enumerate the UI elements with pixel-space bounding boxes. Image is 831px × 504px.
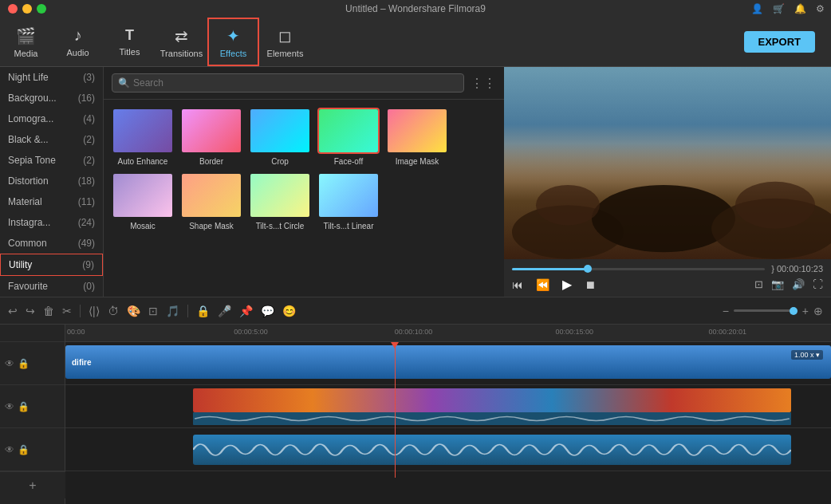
minimize-button[interactable] [22,4,32,14]
crop-icon[interactable]: ⊡ [148,305,158,317]
sidebar-item-favourite[interactable]: Favourite (0) [0,276,103,297]
thumb-image-auto-enhance [113,109,172,152]
toolbar-item-titles[interactable]: T Titles [104,18,156,66]
maximize-button[interactable] [37,4,46,14]
toolbar-item-audio[interactable]: ♪ Audio [52,18,104,66]
track-clip-audio[interactable] [193,435,791,465]
lock-icon[interactable]: 🔒 [196,305,210,317]
mic-icon[interactable]: 🎤 [218,305,231,317]
effect-item-border[interactable]: Border [180,108,242,166]
sidebar-count: (4) [83,113,95,124]
user-icon[interactable]: 👤 [751,3,763,14]
toolbar-label-media: Media [14,49,38,58]
zoom-in-icon[interactable]: + [802,305,809,317]
cut-icon[interactable]: ✂ [62,305,72,317]
timeline-tracks[interactable]: 00:00 00:00:5:00 00:00:10:00 00:00:15:00… [65,325,831,504]
effect-item-tilt-circle[interactable]: Tilt-s...t Circle [249,172,311,230]
step-back-button[interactable]: ⏪ [536,278,549,291]
elements-icon: ◻ [278,26,292,45]
eye-icon[interactable]: 👁 [5,358,14,369]
emotion-icon[interactable]: 😊 [282,305,296,317]
effect-item-image-mask[interactable]: Image Mask [386,108,448,166]
thumb-strip [193,388,791,412]
effect-label-border: Border [199,157,223,166]
eye-icon3[interactable]: 👁 [5,444,14,455]
subtitle-icon[interactable]: 💬 [261,305,274,317]
sidebar-count: (3) [83,72,95,83]
toolbar-item-transitions[interactable]: ⇄ Transitions [156,18,207,66]
export-button[interactable]: EXPORT [744,31,815,53]
sidebar-item-black[interactable]: Black &... (2) [0,129,103,150]
sidebar-item-utility[interactable]: Utility (9) [0,254,103,276]
add-track-button[interactable]: + [0,471,65,498]
progress-fill [512,268,588,270]
track-row-video [65,385,831,428]
skip-back-button[interactable]: ⏮ [512,278,523,291]
sidebar-count: (24) [78,217,95,228]
bell-icon[interactable]: 🔔 [794,3,806,14]
ruler-spacer [0,325,65,342]
sticker-icon[interactable]: 📌 [239,305,253,317]
sidebar-item-common[interactable]: Common (49) [0,233,103,254]
lock-track-icon[interactable]: 🔒 [18,358,30,369]
color-icon[interactable]: 🎨 [127,305,140,317]
sidebar-item-background[interactable]: Backgrou... (16) [0,88,103,108]
progress-bar[interactable] [512,268,765,270]
sidebar-item-night-life[interactable]: Night Life (3) [0,67,103,88]
settings-icon[interactable]: ⚙ [816,3,825,14]
search-input[interactable] [112,73,464,93]
effect-label-mosaic: Mosaic [130,222,156,230]
track-clip-main[interactable]: difire 1.00 x ▾ [65,345,831,379]
delete-icon[interactable]: 🗑 [43,305,54,317]
lock-track-icon3[interactable]: 🔒 [18,444,30,455]
main-content: Night Life (3) Backgrou... (16) Lomogra.… [0,67,831,297]
zoom-out-icon[interactable]: − [723,305,729,317]
toolbar-item-elements[interactable]: ◻ Elements [259,18,311,66]
audio-icon[interactable]: 🎵 [166,305,179,317]
sidebar-item-lomography[interactable]: Lomogra... (4) [0,108,103,129]
thumb-image-shape-mask [182,174,241,217]
toolbar-label-effects: Effects [220,49,246,58]
fullscreen-icon[interactable]: ⛶ [813,278,823,290]
sidebar-item-instagram[interactable]: Instagra... (24) [0,212,103,233]
sidebar-item-sepia[interactable]: Sepia Tone (2) [0,150,103,171]
effects-grid: Auto Enhance Border Crop F [104,100,504,238]
effect-item-tilt-linear[interactable]: Tilt-s...t Linear [317,172,380,230]
effect-item-crop[interactable]: Crop [249,108,311,166]
play-button[interactable]: ▶ [562,277,572,292]
sidebar-item-distortion[interactable]: Distortion (18) [0,171,103,191]
redo-icon[interactable]: ↪ [26,305,35,317]
track-clip-video-wrap[interactable] [65,388,831,425]
toolbar-item-media[interactable]: 🎬 Media [0,18,52,66]
sidebar-item-material[interactable]: Material (11) [0,191,103,212]
plus-icon: + [29,478,36,493]
lock-track-icon2[interactable]: 🔒 [18,401,30,412]
effect-item-face-off[interactable]: Face-off [317,108,380,166]
undo-icon[interactable]: ↩ [8,305,18,317]
zoom-slider[interactable] [734,309,798,312]
effect-item-shape-mask[interactable]: Shape Mask [180,172,242,230]
effect-item-mosaic[interactable]: Mosaic [112,172,174,230]
toolbar-item-effects[interactable]: ✦ Effects [207,18,259,66]
effect-item-auto-enhance[interactable]: Auto Enhance [112,108,174,166]
ruler-label-0: 00:00 [67,328,85,336]
split-icon[interactable]: ⟨|⟩ [89,305,100,317]
sidebar-label: Sepia Tone [8,155,56,166]
stop-button[interactable]: ⏹ [585,278,596,291]
toolbar-label-titles: Titles [120,47,140,57]
timeline-ruler: 00:00 00:00:5:00 00:00:10:00 00:00:15:00… [65,325,831,342]
speed-icon[interactable]: ⏱ [108,305,119,317]
grid-view-icon[interactable]: ⋮⋮ [471,76,496,91]
search-wrap: 🔍 [112,73,464,93]
eye-icon2[interactable]: 👁 [5,401,14,412]
close-button[interactable] [8,4,18,14]
sidebar-count: (2) [83,155,95,166]
picture-in-picture-icon[interactable]: ⊡ [754,278,763,290]
cart-icon[interactable]: 🛒 [773,3,785,14]
seal-svg [504,124,831,259]
timeline-content: 👁 🔒 👁 🔒 👁 🔒 + 00:00 00:00:5:00 [0,325,831,504]
add-track-icon[interactable]: ⊕ [813,305,823,317]
volume-icon[interactable]: 🔊 [792,278,805,290]
snapshot-icon[interactable]: 📷 [771,278,784,290]
preview-area: } 00:00:10:23 ⏮ ⏪ ▶ ⏹ ⊡ 📷 🔊 ⛶ [504,67,831,297]
